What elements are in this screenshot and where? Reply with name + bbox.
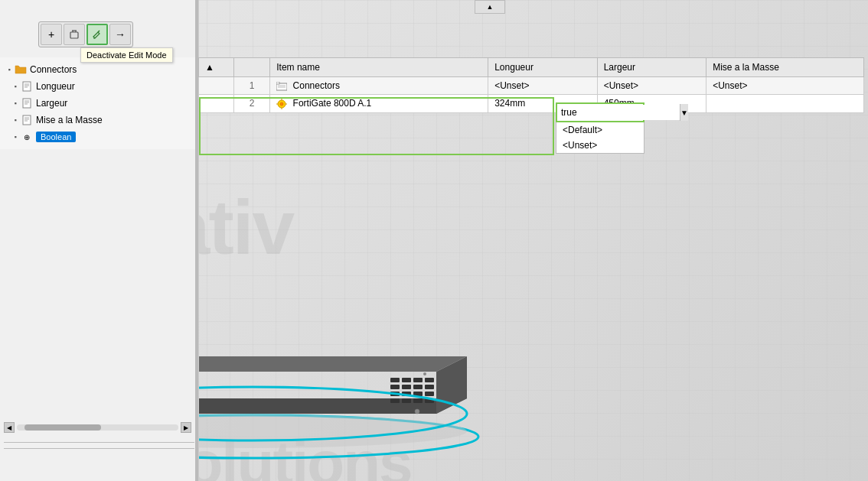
svg-rect-10 [402, 378, 411, 382]
svg-rect-13 [390, 385, 400, 389]
scroll-track [17, 424, 178, 431]
th-longueur[interactable]: Longueur [488, 58, 597, 77]
svg-rect-33 [70, 32, 78, 38]
svg-line-37 [98, 31, 100, 32]
svg-rect-20 [425, 392, 434, 396]
boolean-badge: Boolean [36, 132, 76, 142]
mise-cell-2 [706, 95, 864, 113]
page-icon-longueur [21, 80, 33, 93]
dropdown-input[interactable] [557, 105, 680, 120]
expand-icon-connectors[interactable]: ▪ [4, 64, 15, 75]
name-label-1: Connectors [293, 80, 340, 91]
th-num [233, 58, 269, 77]
th-item-name[interactable]: Item name [270, 58, 488, 77]
edit-button[interactable] [86, 24, 108, 45]
folder-icon-connectors [15, 63, 27, 76]
svg-rect-52 [276, 82, 279, 84]
tree-item-mise[interactable]: ▪ Mise a la Masse [6, 112, 195, 128]
tree-item-largeur[interactable]: ▪ Largeur [6, 95, 195, 112]
expand-icon-largeur[interactable]: ▪ [10, 98, 21, 109]
tree-item-boolean[interactable]: ▪ ⊕ Boolean [6, 128, 195, 145]
tree-label-largeur: Largeur [36, 98, 67, 109]
divider-line-1 [4, 442, 194, 443]
svg-rect-12 [425, 378, 434, 382]
table-header-row: ▲ Item name Longueur Largeur Mise a la M… [199, 58, 864, 77]
tree-label-longueur: Longueur [36, 81, 75, 92]
dropdown-overlay[interactable]: ▼ <Default> <Unset> [556, 102, 644, 154]
svg-point-56 [280, 102, 283, 106]
tree-label-connectors: Connectors [30, 64, 77, 75]
expand-icon-boolean[interactable]: ▪ [10, 132, 21, 142]
component-icon [276, 98, 289, 109]
dropdown-option-unset[interactable]: <Unset> [556, 138, 644, 153]
expand-icon-longueur[interactable]: ▪ [10, 81, 21, 92]
scroll-right-arrow[interactable]: ▶ [181, 422, 191, 433]
tree-panel: ▪ Connectors ▪ Longueur ▪ Largeur ▪ [0, 57, 195, 149]
svg-rect-21 [390, 398, 400, 403]
svg-rect-47 [23, 115, 31, 125]
tree-item-longueur[interactable]: ▪ Longueur [6, 78, 195, 95]
svg-rect-15 [413, 385, 423, 389]
th-sort[interactable]: ▲ [199, 58, 234, 77]
svg-rect-11 [413, 378, 423, 382]
num-cell-1: 1 [233, 77, 269, 95]
left-panel: + → Deactivate Edit Mode ▪ Connectors ▪ … [0, 0, 199, 481]
longueur-cell-1: <Unset> [488, 77, 597, 95]
name-cell-1: Connectors [270, 77, 488, 95]
svg-rect-16 [425, 385, 434, 389]
tree-item-connectors[interactable]: ▪ Connectors [0, 61, 195, 78]
add-button[interactable]: + [41, 24, 62, 45]
table-icon [276, 80, 289, 91]
scroll-thumb[interactable] [24, 424, 101, 431]
horizontal-scrollbar[interactable]: ◀ ▶ [0, 420, 195, 435]
table-row[interactable]: 2 FortiGate 800D A.1 324mm 450mm [199, 95, 864, 113]
svg-rect-23 [413, 398, 423, 403]
delete-button[interactable] [64, 24, 85, 45]
sort-cell-1 [199, 77, 234, 95]
page-icon-largeur [21, 97, 33, 109]
expand-circle-boolean: ⊕ [21, 131, 33, 143]
mise-cell-1: <Unset> [706, 77, 864, 95]
name-cell-2: FortiGate 800D A.1 [270, 95, 488, 113]
num-cell-2: 2 [233, 95, 269, 113]
properties-table: ▲ Item name Longueur Largeur Mise a la M… [198, 57, 864, 113]
svg-point-32 [423, 372, 426, 375]
export-button[interactable]: → [109, 24, 131, 45]
tree-label-mise: Mise a la Masse [36, 115, 103, 125]
scroll-left-arrow[interactable]: ◀ [4, 422, 15, 433]
svg-rect-39 [23, 82, 31, 91]
dropdown-arrow-button[interactable]: ▼ [680, 104, 688, 121]
name-label-2: FortiGate 800D A.1 [293, 98, 372, 109]
th-largeur[interactable]: Largeur [597, 58, 706, 77]
table-panel: ▲ Item name Longueur Largeur Mise a la M… [198, 0, 868, 113]
tooltip: Deactivate Edit Mode [80, 47, 173, 63]
svg-point-31 [415, 409, 419, 414]
toolbar: + → [38, 21, 133, 47]
dropdown-list: <Default> <Unset> [556, 122, 644, 154]
table-row[interactable]: 1 Connectors <Unset> <Unset> <Unset> [199, 77, 864, 95]
sort-cell-2 [199, 95, 234, 113]
largeur-cell-1: <Unset> [597, 77, 706, 95]
expand-icon-mise[interactable]: ▪ [10, 115, 21, 125]
dropdown-option-default[interactable]: <Default> [556, 122, 644, 138]
svg-rect-22 [402, 398, 411, 403]
dropdown-input-row: ▼ [556, 102, 644, 122]
svg-rect-14 [402, 385, 411, 389]
th-mise[interactable]: Mise a la Masse [706, 58, 864, 77]
svg-rect-43 [23, 99, 31, 108]
divider-line-2 [4, 448, 194, 449]
svg-rect-9 [390, 378, 400, 382]
page-icon-mise [21, 114, 33, 126]
